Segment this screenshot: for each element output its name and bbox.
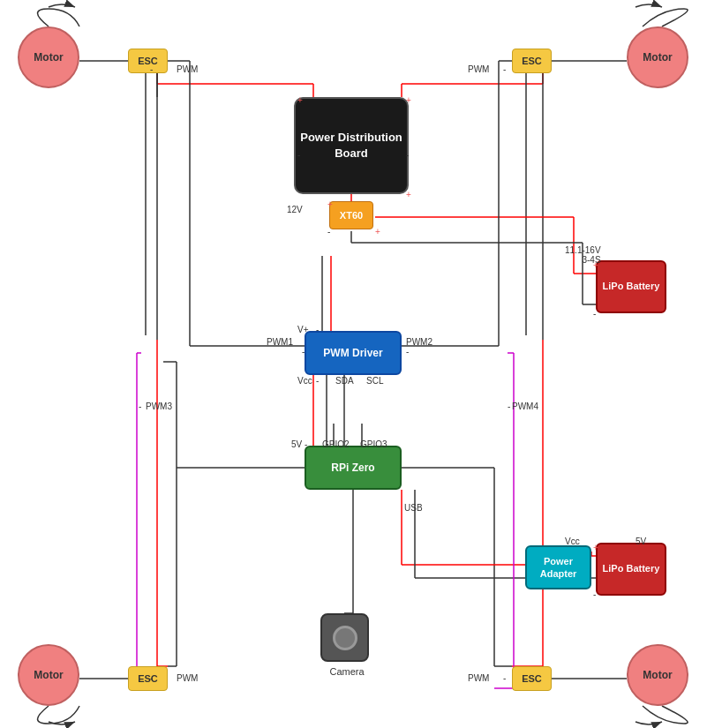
esc-tr-label: ESC: [522, 56, 542, 66]
circuit-diagram: Motor Motor Motor Motor ESC ESC ESC ESC …: [0, 0, 707, 728]
power-adapter-label: Power Adapter: [527, 555, 590, 581]
minus-tl: -: [150, 64, 153, 74]
lipo-bot-minus: -: [593, 589, 596, 599]
scl-label: SCL: [366, 376, 383, 386]
xt60-minus: -: [327, 227, 330, 236]
pwm-label-bl: PWM: [177, 673, 198, 683]
5v-bot-label: 5V: [636, 537, 646, 546]
camera: [320, 613, 369, 662]
camera-label: Camera: [320, 666, 373, 677]
pwm-driver-minus-r: -: [406, 347, 409, 356]
lipo-top-label: LiPo Battery: [603, 280, 660, 293]
motor-bottom-left: Motor: [18, 644, 79, 706]
rpi-label: RPi Zero: [331, 462, 374, 474]
pdb-plus-tl: +: [297, 95, 303, 105]
sda-label: SDA: [335, 376, 354, 386]
pwm3-label: PWM3: [146, 402, 172, 411]
pwm-driver-minus-l: -: [302, 347, 305, 356]
motor-bl-label: Motor: [34, 669, 63, 681]
gpio3-label: GPIO3: [360, 439, 387, 449]
power-distribution-board: Power Distribution Board: [294, 97, 409, 194]
pwm-label-br: PWM: [468, 673, 489, 683]
minus-bl: -: [150, 673, 153, 683]
motor-tl-label: Motor: [34, 51, 63, 64]
pwm-label-tl: PWM: [177, 64, 198, 74]
xt60-connector: XT60: [329, 201, 373, 229]
pwm2-label: PWM2: [406, 337, 432, 347]
power-adapter: Power Adapter: [525, 545, 591, 589]
lipo-battery-bottom: LiPo Battery: [596, 543, 666, 596]
pwm-driver-label: PWM Driver: [323, 347, 382, 359]
xt60-plus-right: +: [375, 227, 380, 236]
motor-top-right: Motor: [627, 26, 688, 88]
esc-tl-label: ESC: [138, 56, 158, 66]
vplus-label: V+: [297, 325, 309, 334]
motor-bottom-right: Motor: [627, 644, 688, 706]
motor-top-left: Motor: [18, 26, 79, 88]
esc-bottom-right: ESC: [512, 666, 552, 691]
pdb-minus-r: -: [406, 150, 409, 160]
rpi-zero: RPi Zero: [305, 446, 402, 490]
vcc-label: Vcc: [297, 376, 312, 386]
lipo-battery-top: LiPo Battery: [596, 260, 666, 313]
minus-tr: -: [503, 64, 506, 74]
pwm1-label: PWM1: [267, 337, 293, 347]
lipo-top-minus: -: [593, 309, 596, 319]
vminus-label: -: [316, 325, 319, 334]
gpio2-label: GPIO2: [322, 439, 350, 449]
pwm-label-tr: PWM: [468, 64, 489, 74]
vcc-bot-label: Vcc: [565, 537, 580, 546]
pwm-driver: PWM Driver: [305, 331, 402, 375]
motor-br-label: Motor: [643, 669, 672, 681]
pdb-minus-l: -: [297, 150, 300, 160]
pdb-label: Power Distribution Board: [296, 130, 407, 161]
sda-minus: -: [316, 376, 319, 386]
5v-label: 5V: [291, 439, 302, 449]
lipo-bot-plus: +: [593, 543, 598, 552]
motor-tr-label: Motor: [643, 51, 672, 64]
5v-minus: -: [305, 439, 307, 449]
pwm4-label: PWM4: [512, 402, 538, 411]
esc-top-right: ESC: [512, 49, 552, 73]
pwm3-minus: -: [139, 402, 141, 411]
lipo-bot-label: LiPo Battery: [603, 562, 660, 575]
esc-bl-label: ESC: [138, 673, 158, 684]
esc-top-left: ESC: [128, 49, 168, 73]
xt60-label: XT60: [340, 210, 363, 221]
esc-br-label: ESC: [522, 673, 542, 684]
pdb-plus-tr: +: [406, 95, 411, 105]
usb-label: USB: [404, 503, 423, 513]
minus-br: -: [503, 673, 506, 683]
pdb-plus-br: +: [406, 190, 411, 199]
pwm4-minus: -: [508, 402, 510, 411]
xt60-plus: +: [327, 199, 333, 209]
lipo-top-plus: +: [593, 260, 598, 270]
12v-label: 12V: [287, 205, 303, 214]
esc-bottom-left: ESC: [128, 666, 168, 691]
